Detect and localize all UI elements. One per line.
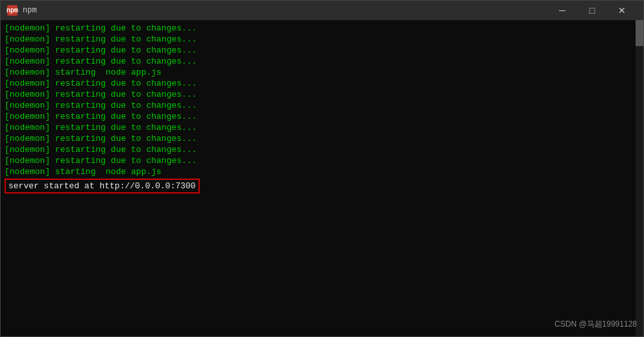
scrollbar-thumb[interactable]	[636, 20, 643, 46]
terminal-line: [nodemon] restarting due to changes...	[5, 45, 639, 56]
nodemon-prefix: [nodemon]	[5, 45, 50, 55]
terminal-line: [nodemon] restarting due to changes...	[5, 34, 639, 45]
nodemon-message: restarting due to changes...	[50, 23, 197, 33]
nodemon-prefix: [nodemon]	[5, 68, 50, 77]
terminal-line: [nodemon] restarting due to changes...	[5, 23, 639, 34]
nodemon-prefix: [nodemon]	[5, 134, 50, 144]
nodemon-prefix: [nodemon]	[5, 101, 50, 110]
nodemon-prefix: [nodemon]	[5, 90, 50, 99]
terminal-line: [nodemon] restarting due to changes...	[5, 155, 639, 166]
nodemon-message: restarting due to changes...	[50, 56, 197, 66]
terminal-line: [nodemon] restarting due to changes...	[5, 133, 639, 144]
terminal-line: [nodemon] restarting due to changes...	[5, 144, 639, 155]
nodemon-prefix: [nodemon]	[5, 56, 50, 66]
terminal-body: [nodemon] restarting due to changes...[n…	[1, 20, 643, 336]
nodemon-message: restarting due to changes...	[50, 101, 197, 110]
nodemon-message: restarting due to changes...	[50, 45, 197, 55]
terminal-window: npm npm ─ □ ✕ [nodemon] restarting due t…	[0, 0, 644, 337]
terminal-line: [nodemon] restarting due to changes...	[5, 100, 639, 111]
title-bar: npm npm ─ □ ✕	[1, 1, 643, 20]
nodemon-prefix: [nodemon]	[5, 112, 50, 121]
window-controls: ─ □ ✕	[547, 1, 637, 20]
nodemon-message: restarting due to changes...	[50, 112, 197, 121]
app-icon: npm	[7, 5, 18, 16]
nodemon-prefix: [nodemon]	[5, 145, 50, 155]
nodemon-message: starting node app.js	[50, 167, 161, 177]
nodemon-prefix: [nodemon]	[5, 167, 50, 177]
nodemon-message: restarting due to changes...	[50, 145, 197, 155]
nodemon-prefix: [nodemon]	[5, 156, 50, 166]
nodemon-prefix: [nodemon]	[5, 34, 50, 44]
nodemon-message: starting node app.js	[50, 68, 161, 77]
nodemon-message: restarting due to changes...	[50, 90, 197, 99]
maximize-button[interactable]: □	[577, 1, 607, 20]
nodemon-prefix: [nodemon]	[5, 23, 50, 33]
nodemon-message: restarting due to changes...	[50, 134, 197, 144]
terminal-line: [nodemon] restarting due to changes...	[5, 111, 639, 122]
terminal-line: [nodemon] restarting due to changes...	[5, 89, 639, 100]
nodemon-prefix: [nodemon]	[5, 79, 50, 88]
minimize-button[interactable]: ─	[547, 1, 577, 20]
terminal-line: [nodemon] restarting due to changes...	[5, 56, 639, 67]
terminal-line: [nodemon] restarting due to changes...	[5, 122, 639, 133]
server-started-line: server started at http://0.0.0.0:7300	[8, 181, 196, 191]
terminal-output: [nodemon] restarting due to changes...[n…	[5, 23, 639, 193]
terminal-line: [nodemon] restarting due to changes...	[5, 78, 639, 89]
nodemon-message: restarting due to changes...	[50, 156, 197, 166]
terminal-line: [nodemon] starting node app.js	[5, 67, 639, 78]
nodemon-message: restarting due to changes...	[50, 79, 197, 88]
scrollbar[interactable]	[636, 20, 643, 336]
nodemon-message: restarting due to changes...	[50, 34, 197, 44]
window-title: npm	[23, 6, 547, 15]
server-line-box: server started at http://0.0.0.0:7300	[5, 179, 200, 193]
watermark: CSDN @马超19991128	[555, 319, 637, 330]
close-button[interactable]: ✕	[607, 1, 637, 20]
nodemon-message: restarting due to changes...	[50, 123, 197, 132]
nodemon-prefix: [nodemon]	[5, 123, 50, 132]
terminal-line: [nodemon] starting node app.js	[5, 166, 639, 177]
